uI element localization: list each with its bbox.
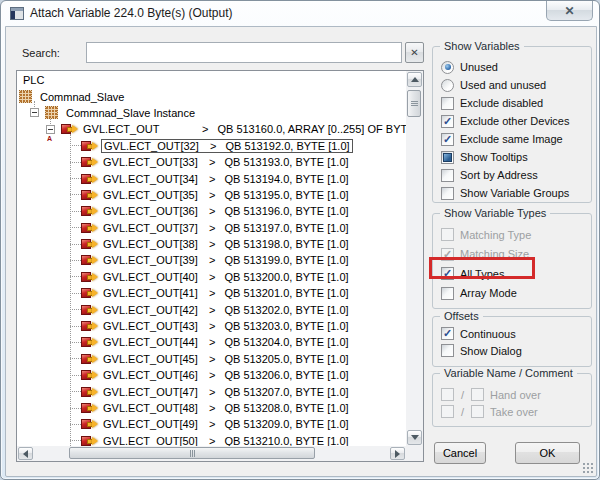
- tree-row[interactable]: GVL.ECT_OUT[49]>QB 513209.0, BYTE [1.0]: [17, 416, 406, 432]
- plc-output-variable-icon: [61, 123, 78, 135]
- scroll-right-button[interactable]: [390, 447, 405, 460]
- tree-row[interactable]: GVL.ECT_OUT[36]>QB 513196.0, BYTE [1.0]: [17, 203, 406, 219]
- option-label: Take over: [490, 406, 538, 418]
- checkbox-show-variable-groups[interactable]: [441, 187, 454, 200]
- tree-item-address: QB 513196.0, BYTE [1.0]: [224, 205, 348, 217]
- tree-item-name: GVL.ECT_OUT[50]: [103, 435, 200, 446]
- expander-minus-icon[interactable]: [46, 125, 55, 134]
- option-label: Matching Size: [460, 248, 529, 260]
- checkbox-all-types[interactable]: ✓: [441, 267, 454, 280]
- checkbox-continuous[interactable]: ✓: [441, 327, 454, 340]
- vertical-scroll-thumb[interactable]: [407, 90, 421, 117]
- scroll-up-button[interactable]: [407, 72, 422, 87]
- titlebar[interactable]: Attach Variable 224.0 Byte(s) (Output) ✕: [1, 1, 599, 26]
- checkbox-show-tooltips[interactable]: [441, 151, 454, 164]
- resize-grip-icon[interactable]: [582, 462, 593, 473]
- tree-item-address: QB 513195.0, BYTE [1.0]: [224, 189, 348, 201]
- option-label: Unused: [460, 61, 498, 73]
- tree-item-address: QB 513197.0, BYTE [1.0]: [224, 222, 348, 234]
- tree-row[interactable]: GVL.ECT_OUT[44]>QB 513204.0, BYTE [1.0]: [17, 334, 406, 350]
- close-icon: ✕: [564, 4, 574, 18]
- tree-item-address: QB 513199.0, BYTE [1.0]: [224, 254, 348, 266]
- horizontal-scroll-thumb[interactable]: [69, 447, 315, 459]
- close-button[interactable]: ✕: [546, 1, 593, 21]
- option-label: Exclude disabled: [460, 97, 543, 109]
- tree-item-address: QB 513208.0, BYTE [1.0]: [224, 402, 348, 414]
- variable-arrowhead-icon: [92, 289, 98, 297]
- tree-row[interactable]: GVL.ECT_OUT[33]>QB 513193.0, BYTE [1.0]: [17, 154, 406, 170]
- tree-row[interactable]: GVL.ECT_OUT[40]>QB 513200.0, BYTE [1.0]: [17, 269, 406, 285]
- scroll-left-button[interactable]: [18, 447, 33, 460]
- clear-search-button[interactable]: ✕: [405, 42, 424, 63]
- plc-output-variable-icon: [81, 353, 98, 365]
- checkbox-array-mode[interactable]: [441, 287, 454, 300]
- tree-row[interactable]: Commnad_Slave: [17, 88, 406, 104]
- tree-row[interactable]: GVL.ECT_OUT[41]>QB 513201.0, BYTE [1.0]: [17, 285, 406, 301]
- radio-unused[interactable]: [441, 61, 454, 74]
- tree-row[interactable]: GVL.ECT_OUT[32]>QB 513192.0, BYTE [1.0]: [17, 138, 406, 154]
- tree-row[interactable]: GVL.ECT_OUT[48]>QB 513208.0, BYTE [1.0]: [17, 400, 406, 416]
- tree-row[interactable]: Commnad_Slave Instance: [17, 105, 406, 121]
- plc-output-variable-icon: [81, 238, 98, 250]
- maps-to-separator: >: [209, 304, 215, 316]
- variable-arrowhead-icon: [72, 125, 78, 133]
- tree-row[interactable]: GVL.ECT_OUT[39]>QB 513199.0, BYTE [1.0]: [17, 252, 406, 268]
- maps-to-separator: >: [209, 254, 215, 266]
- ok-button[interactable]: OK: [515, 442, 580, 464]
- tree-row[interactable]: GVL.ECT_OUT[42]>QB 513202.0, BYTE [1.0]: [17, 301, 406, 317]
- option-label: Array Mode: [460, 287, 517, 299]
- plc-output-variable-icon: [81, 386, 98, 398]
- plc-output-variable-icon: [81, 304, 98, 316]
- tree-item-address: QB 513209.0, BYTE [1.0]: [224, 418, 348, 430]
- checkbox-exclude-disabled[interactable]: [441, 97, 454, 110]
- horizontal-scrollbar[interactable]: [17, 446, 406, 461]
- tree-row[interactable]: GVL.ECT_OUT[47]>QB 513207.0, BYTE [1.0]: [17, 383, 406, 399]
- plc-output-variable-icon: [81, 205, 98, 217]
- tree-row[interactable]: GVL.ECT_OUT[37]>QB 513197.0, BYTE [1.0]: [17, 220, 406, 236]
- option-row-show-tooltips: Show Tooltips: [441, 148, 589, 166]
- variable-arrowhead-icon: [92, 404, 98, 412]
- tree-row[interactable]: AGVL.ECT_OUT>QB 513160.0, ARRAY [0..255]…: [17, 121, 406, 137]
- plc-output-variable-icon: [81, 222, 98, 234]
- option-row-all-types: ✓All Types: [441, 264, 589, 284]
- maps-to-separator: >: [209, 173, 215, 185]
- checkbox-comment-hand-over: [471, 388, 484, 401]
- group-offsets: Offsets ✓ContinuousShow Dialog: [432, 316, 592, 367]
- maps-to-separator: >: [209, 353, 215, 365]
- checkbox-sort-by-address[interactable]: [441, 169, 454, 182]
- search-input[interactable]: [86, 42, 402, 63]
- tree-row[interactable]: GVL.ECT_OUT[34]>QB 513194.0, BYTE [1.0]: [17, 170, 406, 186]
- tree-row[interactable]: GVL.ECT_OUT[45]>QB 513205.0, BYTE [1.0]: [17, 351, 406, 367]
- tree-row[interactable]: GVL.ECT_OUT[38]>QB 513198.0, BYTE [1.0]: [17, 236, 406, 252]
- option-row-unused: Unused: [441, 58, 589, 76]
- tree-row[interactable]: GVL.ECT_OUT[50]>QB 513210.0, BYTE [1.0]: [17, 433, 406, 446]
- slash-separator: /: [461, 389, 464, 401]
- variable-arrowhead-icon: [92, 371, 98, 379]
- option-label: Exclude other Devices: [460, 115, 569, 127]
- tree-item-name: GVL.ECT_OUT[32]: [104, 140, 201, 152]
- checkbox-name-hand-over: [441, 388, 454, 401]
- checkbox-show-dialog[interactable]: [441, 344, 454, 357]
- vertical-scrollbar[interactable]: [406, 71, 423, 446]
- checkbox-exclude-same-image[interactable]: ✓: [441, 133, 454, 146]
- tree-row[interactable]: GVL.ECT_OUT[46]>QB 513206.0, BYTE [1.0]: [17, 367, 406, 383]
- plc-output-variable-icon: [81, 287, 98, 299]
- group-show-variables: Show Variables UnusedUsed and unusedExcl…: [432, 46, 592, 203]
- radio-used-and-unused[interactable]: [441, 79, 454, 92]
- tree-row[interactable]: PLC: [17, 72, 406, 88]
- tree-item-name: PLC: [23, 74, 44, 86]
- option-label: Sort by Address: [460, 169, 538, 181]
- variable-tree[interactable]: PLCCommnad_SlaveCommnad_Slave InstanceAG…: [16, 70, 424, 462]
- maps-to-separator: >: [209, 386, 215, 398]
- tree-row[interactable]: GVL.ECT_OUT[43]>QB 513203.0, BYTE [1.0]: [17, 318, 406, 334]
- cancel-button[interactable]: Cancel: [434, 442, 486, 464]
- tree-item-name: GVL.ECT_OUT[44]: [103, 336, 200, 348]
- scroll-down-button[interactable]: [407, 430, 422, 445]
- arrow-right-icon: [395, 450, 400, 458]
- tree-row[interactable]: GVL.ECT_OUT[35]>QB 513195.0, BYTE [1.0]: [17, 187, 406, 203]
- selected-tree-item[interactable]: GVL.ECT_OUT[32]>QB 513192.0, BYTE [1.0]: [101, 139, 353, 153]
- option-row-take-over: /Take over: [441, 403, 589, 420]
- checkbox-exclude-other-devices[interactable]: ✓: [441, 115, 454, 128]
- option-row-continuous: ✓Continuous: [441, 325, 589, 342]
- expander-minus-icon[interactable]: [30, 108, 39, 117]
